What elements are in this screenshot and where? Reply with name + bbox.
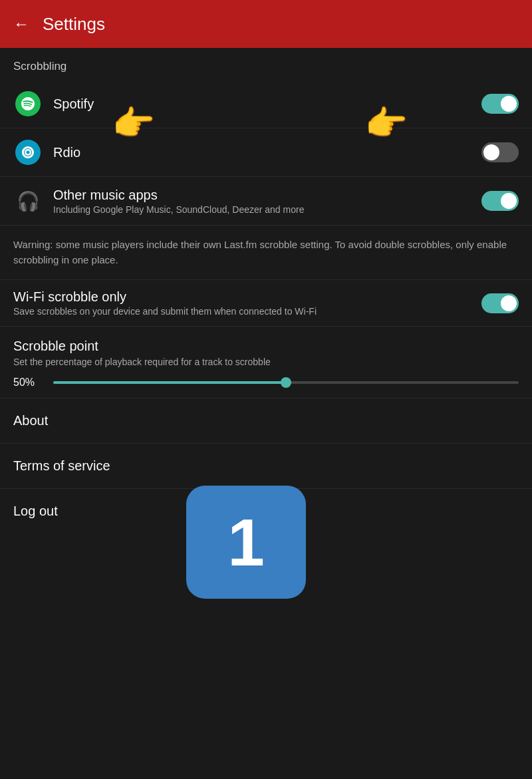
left-hand-emoji: 👈 (113, 103, 156, 144)
about-label: About (13, 413, 48, 428)
wifi-scrobble-content: Wi-Fi scrobble only Save scrobbles on yo… (13, 289, 481, 317)
page-title: Settings (43, 14, 105, 35)
rdio-toggle[interactable] (481, 142, 519, 162)
slider-fill (53, 381, 286, 384)
back-button[interactable]: ← (13, 15, 29, 33)
spotify-toggle[interactable] (481, 94, 519, 114)
terms-label: Terms of service (13, 458, 110, 474)
wifi-scrobble-row[interactable]: Wi-Fi scrobble only Save scrobbles on yo… (0, 280, 532, 327)
about-row[interactable]: About (0, 398, 532, 444)
warning-text: Warning: some music players include thei… (0, 226, 532, 280)
headphones-icon: 🎧 (13, 186, 43, 216)
terms-row[interactable]: Terms of service (0, 444, 532, 489)
spotify-icon (13, 89, 43, 118)
slider-track[interactable] (53, 381, 519, 384)
rdio-row[interactable]: Rdio (0, 128, 532, 177)
scrobble-point-desc: Set the percentage of playback required … (13, 357, 519, 367)
rdio-icon (13, 138, 43, 167)
header: ← Settings (0, 0, 532, 48)
other-music-toggle[interactable] (481, 191, 519, 211)
scrobbling-section-label: Scrobbling (0, 48, 532, 80)
scrobble-point-section: Scrobble point Set the percentage of pla… (0, 327, 532, 398)
other-music-row[interactable]: 🎧 Other music apps Including Google Play… (0, 177, 532, 226)
logout-label: Log out (13, 504, 58, 519)
other-music-content: Other music apps Including Google Play M… (53, 188, 481, 215)
scrobble-slider-row: 50% (13, 377, 519, 389)
spotify-row[interactable]: Spotify (0, 80, 532, 128)
slider-thumb[interactable] (281, 377, 291, 388)
svg-point-1 (27, 151, 30, 154)
badge-one: 1 (186, 486, 306, 599)
wifi-scrobble-toggle[interactable] (481, 293, 519, 313)
badge-one-text: 1 (227, 509, 265, 575)
rdio-label: Rdio (53, 145, 481, 160)
right-hand-emoji: 👈 (366, 103, 409, 144)
slider-value-label: 50% (13, 377, 44, 389)
scrobble-point-title: Scrobble point (13, 339, 519, 354)
